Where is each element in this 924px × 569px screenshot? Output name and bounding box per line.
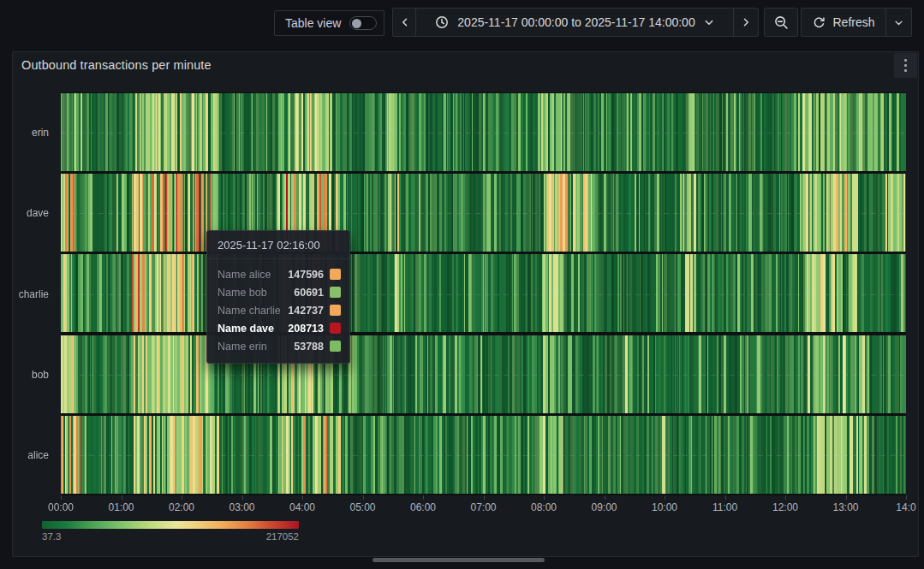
- x-axis-tick: [544, 495, 545, 500]
- legend-min-label: 37.3: [42, 531, 61, 542]
- topbar: Table view 2025-11-17 00:00:00 to 2025-1…: [0, 0, 924, 44]
- x-axis-tick: [182, 495, 182, 500]
- x-axis-label: 12:00: [772, 501, 798, 513]
- x-axis-tick: [484, 495, 485, 500]
- table-view-label: Table view: [285, 16, 341, 30]
- tooltip-row: Name bob60691: [218, 283, 341, 301]
- y-axis-label-alice: alice: [13, 448, 56, 462]
- x-axis-label: 04:00: [289, 501, 315, 513]
- kebab-icon: [904, 59, 907, 72]
- tooltip-row: Name charlie142737: [218, 301, 341, 319]
- chevron-down-icon: [704, 17, 714, 27]
- tooltip-value: 142737: [288, 305, 324, 317]
- x-axis-tick: [846, 495, 847, 500]
- panel-header: Outbound transactions per minute: [13, 52, 918, 78]
- tooltip-value: 147596: [288, 269, 324, 281]
- tooltip-swatch: [330, 341, 341, 352]
- x-axis-tick: [906, 495, 907, 500]
- x-axis-label: 10:00: [652, 501, 677, 513]
- x-axis-label: 08:00: [531, 501, 557, 513]
- refresh-label: Refresh: [832, 15, 874, 29]
- x-axis-tick: [785, 495, 786, 500]
- x-axis-label: 11:00: [712, 501, 737, 513]
- x-axis-label: 06:00: [410, 501, 436, 513]
- time-range-text: 2025-11-17 00:00:00 to 2025-11-17 14:00:…: [457, 15, 694, 29]
- tooltip-row: Name alice147596: [218, 265, 341, 283]
- x-axis-label: 00:00: [48, 501, 74, 513]
- tooltip-series-label: Name bob: [218, 287, 267, 299]
- tooltip-swatch: [330, 269, 341, 280]
- panel-outbound-transactions: Outbound transactions per minute erindav…: [12, 51, 919, 557]
- x-axis-tick: [122, 495, 122, 500]
- color-legend-bar: [42, 521, 299, 529]
- table-view-toggle[interactable]: [349, 16, 377, 30]
- toggle-knob: [352, 19, 361, 28]
- x-axis-tick: [423, 495, 424, 500]
- x-axis-label: 09:00: [591, 501, 617, 513]
- x-axis-tick: [605, 495, 605, 500]
- x-axis-label: 05:00: [349, 501, 375, 513]
- tooltip-swatch: [330, 323, 341, 334]
- x-axis-label: 03:00: [229, 501, 254, 513]
- heatmap-canvas[interactable]: [61, 92, 906, 495]
- zoom-out-button[interactable]: [764, 8, 798, 37]
- tooltip-series-label: Name alice: [218, 269, 271, 281]
- tooltip-value: 53788: [294, 341, 324, 353]
- time-shift-forward-button[interactable]: [733, 8, 759, 37]
- clock-icon: [435, 15, 449, 29]
- tooltip-value: 60691: [294, 287, 324, 299]
- horizontal-scrollbar-thumb[interactable]: [373, 558, 545, 562]
- x-axis-tick: [242, 495, 243, 500]
- x-axis-tick: [665, 495, 665, 500]
- chevron-left-icon: [400, 17, 410, 27]
- panel-title: Outbound transactions per minute: [21, 52, 212, 78]
- refresh-icon: [813, 16, 826, 29]
- y-axis-label-erin: erin: [13, 126, 56, 139]
- chevron-down-icon: [894, 18, 903, 27]
- x-axis-tick: [302, 495, 303, 500]
- legend-max-label: 217052: [266, 531, 299, 542]
- x-axis-tick: [61, 495, 62, 500]
- tooltip: 2025-11-17 02:16:00 Name alice147596Name…: [206, 230, 350, 364]
- x-axis-label: 14:0: [896, 501, 915, 513]
- x-axis-label: 01:00: [108, 501, 134, 513]
- tooltip-series-label: Name erin: [218, 341, 267, 353]
- time-shift-back-button[interactable]: [392, 8, 417, 37]
- refresh-button[interactable]: Refresh: [801, 8, 887, 37]
- tooltip-row: Name erin53788: [218, 337, 341, 355]
- tooltip-body: Name alice147596Name bob60691Name charli…: [207, 259, 349, 363]
- tooltip-row: Name dave208713: [218, 319, 341, 337]
- x-axis-tick: [363, 495, 364, 500]
- x-axis-label: 07:00: [470, 501, 496, 513]
- y-axis-label-dave: dave: [13, 206, 56, 220]
- x-axis-tick: [725, 495, 726, 500]
- time-range-button[interactable]: 2025-11-17 00:00:00 to 2025-11-17 14:00:…: [415, 8, 734, 37]
- tooltip-series-label: Name charlie: [218, 305, 281, 317]
- table-view-control: Table view: [274, 10, 385, 36]
- y-axis-label-charlie: charlie: [13, 287, 56, 301]
- refresh-interval-dropdown[interactable]: [885, 8, 912, 37]
- x-axis-label: 13:00: [832, 501, 858, 513]
- panel-menu-button[interactable]: [894, 53, 917, 78]
- chevron-right-icon: [741, 17, 751, 27]
- tooltip-series-label: Name dave: [218, 323, 274, 335]
- x-axis-label: 02:00: [169, 501, 194, 513]
- y-axis-label-bob: bob: [13, 368, 56, 382]
- tooltip-swatch: [330, 287, 341, 298]
- tooltip-swatch: [330, 305, 341, 316]
- tooltip-value: 208713: [288, 323, 324, 335]
- zoom-out-icon: [774, 15, 789, 30]
- color-legend-labels: 37.3 217052: [42, 531, 299, 542]
- tooltip-header: 2025-11-17 02:16:00: [207, 231, 349, 259]
